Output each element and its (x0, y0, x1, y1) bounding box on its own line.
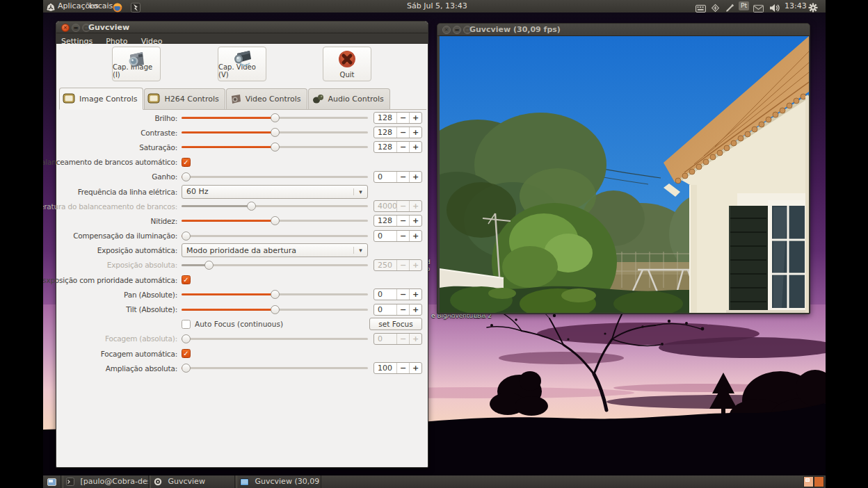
slider-gain[interactable] (182, 172, 368, 181)
checkbox-focus-automatic[interactable]: ✓ (182, 349, 191, 358)
spin-decrease-button[interactable]: − (396, 127, 409, 138)
tab-image-controls[interactable]: Image Controls (59, 88, 143, 110)
mail-icon[interactable] (753, 2, 764, 15)
spin-decrease-button[interactable]: − (396, 215, 409, 226)
tab-video-controls[interactable]: Video Controls (226, 88, 307, 109)
spin-value[interactable]: 0 (374, 289, 396, 300)
slider-track[interactable] (182, 367, 368, 369)
dropdown-auto-exposure[interactable]: Modo prioridade da abertura▾ (182, 243, 368, 257)
slider-brightness[interactable] (182, 113, 368, 122)
taskbar-item-terminal[interactable]: [paulo@Cobra-deskt... (63, 475, 149, 488)
ubuntu-logo-icon[interactable] (46, 1, 56, 11)
workspace-2[interactable] (814, 476, 824, 487)
slider-tilt-absolute[interactable] (182, 305, 368, 314)
spin-increase-button[interactable]: + (409, 127, 421, 138)
terminal-icon (66, 478, 74, 486)
slider-sharpness[interactable] (182, 216, 368, 225)
spin-increase-button[interactable]: + (409, 363, 421, 373)
main-window-titlebar[interactable]: ✕ ▬ ▢ Guvcview (56, 22, 428, 33)
spin-value[interactable]: 0 (374, 304, 396, 315)
tab-audio-controls[interactable]: Audio Controls (308, 88, 390, 109)
spin-increase-button[interactable]: + (409, 172, 421, 182)
slider-handle[interactable] (271, 305, 280, 314)
slider-handle[interactable] (271, 113, 280, 122)
spin-value[interactable]: 100 (374, 363, 396, 373)
control-row-zoom-absolute: Ampliação absoluta:100−+ (56, 361, 422, 375)
software-update-icon[interactable] (711, 1, 720, 14)
slider-handle[interactable] (182, 231, 191, 241)
show-desktop-icon (47, 478, 56, 486)
volume-icon[interactable] (769, 1, 780, 14)
panel-clock-date[interactable]: Sáb Jul 5, 13:43 (407, 0, 467, 13)
spin-value[interactable]: 0 (374, 231, 396, 241)
control-label-text: Exposição automática: (97, 246, 177, 254)
workspace-1-active[interactable] (803, 476, 814, 487)
slider-handle[interactable] (182, 172, 191, 181)
firefox-launcher-icon[interactable] (113, 1, 122, 14)
minimize-icon[interactable]: ▬ (72, 24, 80, 32)
dropdown-power-line-frequency[interactable]: 60 Hz▾ (182, 185, 368, 199)
checkbox-auto-white-balance[interactable]: ✓ (182, 158, 191, 167)
video-window: ✕ ▬ ▢ Guvcview (30,09 fps) (437, 23, 810, 314)
minimize-icon[interactable]: ▬ (453, 26, 461, 34)
spin-decrease-button[interactable]: − (396, 142, 409, 152)
checkbox-exposure-auto-priority[interactable]: ✓ (182, 275, 191, 284)
cap-image-button[interactable]: Cap. Image (I) (112, 47, 161, 81)
slider-saturation[interactable] (182, 143, 368, 152)
video-window-titlebar[interactable]: ✕ ▬ ▢ Guvcview (30,09 fps) (437, 24, 810, 36)
control-label: Tilt (Absolute): (56, 302, 180, 316)
slider-handle[interactable] (271, 128, 280, 137)
spin-decrease-button[interactable]: − (396, 363, 409, 373)
keyboard-layout-icon[interactable] (696, 2, 706, 15)
menu-locais[interactable]: Locais (89, 0, 113, 13)
show-desktop-button[interactable] (45, 475, 61, 488)
chevron-down-icon: ▾ (353, 247, 367, 254)
menu-video[interactable]: Video (136, 36, 168, 47)
slider-track[interactable] (182, 176, 368, 178)
slider-zoom-absolute[interactable] (182, 364, 368, 373)
menu-settings[interactable]: Settings (56, 36, 97, 47)
spin-increase-button[interactable]: + (409, 215, 421, 226)
panel-clock-time[interactable]: 13:43 (785, 0, 807, 13)
language-indicator[interactable]: Pt (739, 1, 749, 10)
spin-decrease-button[interactable]: − (396, 289, 409, 300)
workspace-switcher[interactable] (803, 476, 824, 487)
close-icon[interactable]: ✕ (442, 26, 451, 34)
spin-value[interactable]: 128 (374, 113, 396, 123)
spin-decrease-button[interactable]: − (396, 172, 409, 182)
close-icon[interactable]: ✕ (61, 24, 70, 32)
spin-decrease-button[interactable]: − (396, 113, 409, 123)
spin-value[interactable]: 128 (374, 127, 396, 138)
spin-increase-button[interactable]: + (409, 289, 421, 300)
tablet-pen-icon[interactable] (725, 1, 734, 14)
spin-increase-button[interactable]: + (409, 142, 421, 152)
slider-handle[interactable] (271, 290, 280, 299)
spin-increase-button[interactable]: + (409, 113, 421, 123)
menu-photo[interactable]: Photo (101, 36, 132, 47)
cap-video-button[interactable]: Cap. Video (V) (218, 47, 266, 81)
session-gear-icon[interactable] (808, 1, 818, 14)
quit-button[interactable]: Quit (323, 47, 371, 81)
spin-decrease-button: − (396, 260, 409, 270)
slider-backlight-compensation[interactable] (182, 231, 368, 241)
slider-contrast[interactable] (182, 128, 368, 137)
slider-handle[interactable] (271, 143, 280, 152)
screenshot-tool-icon[interactable] (131, 1, 140, 14)
spin-value[interactable]: 128 (374, 142, 396, 152)
taskbar-item-guvcview[interactable]: Guvcview (150, 475, 235, 488)
set-focus-button[interactable]: set Focus (369, 318, 422, 330)
spin-value[interactable]: 128 (374, 215, 396, 226)
slider-track[interactable] (182, 235, 368, 237)
spin-decrease-button[interactable]: − (396, 304, 409, 315)
spin-increase-button[interactable]: + (409, 231, 421, 241)
spin-increase-button: + (409, 260, 421, 270)
slider-handle[interactable] (271, 216, 280, 225)
tab-h264-controls[interactable]: H264 Controls (144, 88, 225, 109)
slider-handle[interactable] (182, 364, 191, 373)
spin-decrease-button[interactable]: − (396, 231, 409, 241)
spin-value[interactable]: 0 (374, 172, 396, 182)
checkbox-auto-focus-continuous[interactable] (182, 320, 191, 329)
spin-increase-button[interactable]: + (409, 304, 421, 315)
taskbar-item-guvcview-video[interactable]: Guvcview (30,09 fps) (236, 475, 321, 488)
slider-pan-absolute[interactable] (182, 290, 368, 299)
